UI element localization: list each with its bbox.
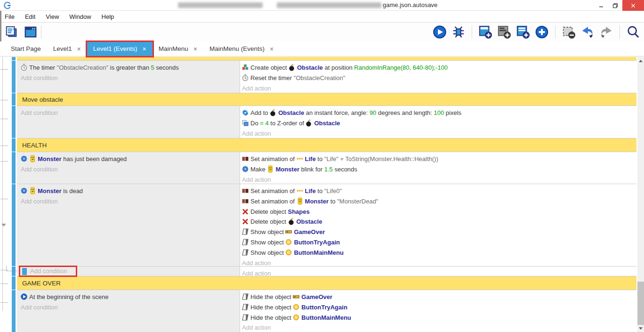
action-add-button[interactable]: Add action (242, 323, 634, 332)
condition-add-button[interactable]: Add condition (21, 196, 237, 207)
menu-file[interactable]: File (5, 13, 15, 20)
tab-level1[interactable]: Level1× (47, 41, 87, 56)
action-line[interactable]: Show object GameOver (242, 227, 634, 237)
action-line[interactable]: Add to Obstacle an instant force, angle:… (242, 108, 634, 118)
action-line[interactable]: Create object Obstacle at position Rando… (242, 63, 634, 73)
restore-icon[interactable] (608, 0, 622, 11)
action-add-button[interactable]: Add action (242, 129, 634, 139)
tree-tick (0, 161, 8, 162)
action-line[interactable]: Do = 4 to Z-order of Obstacle (242, 118, 634, 129)
action-add-button[interactable]: Add action (242, 175, 634, 185)
condition-add-button[interactable]: Add condition (21, 302, 237, 313)
bomb-icon (306, 119, 312, 127)
action-line[interactable]: Set animation of Monster to "MonsterDead… (242, 196, 634, 207)
preview-play-icon[interactable] (432, 24, 448, 40)
tab-level1-events[interactable]: Level1 (Events)× (87, 41, 153, 56)
event-color-bar (12, 152, 16, 184)
action-line[interactable]: Set animation of Life to "Life" + ToStri… (242, 154, 634, 164)
object-name: Monster (38, 187, 62, 194)
comment-row[interactable]: Move obstacle (17, 93, 636, 106)
condition-line[interactable]: At the beginning of the scene (21, 292, 237, 302)
expression-value: RandomInRange(80, 640-80);-100 (354, 64, 448, 71)
condition-add-button[interactable]: Add condition (30, 266, 67, 276)
action-line[interactable]: Reset the timer "ObstacleCreation" (242, 73, 634, 83)
action-line[interactable]: Make Monster blink for 1.5 seconds (242, 164, 634, 175)
action-line[interactable]: Hide the object ButtonTryAgain (242, 302, 634, 313)
tab-start-page[interactable]: Start Page (5, 41, 47, 56)
visibility-icon (242, 303, 249, 311)
tab-close-icon[interactable]: × (193, 45, 197, 53)
object-name: ButtonTryAgain (294, 239, 340, 246)
condition-line[interactable]: Monster is dead (21, 186, 237, 196)
object-name: GameOver (301, 293, 332, 300)
title-bar: game.json.autosave (0, 0, 644, 11)
project-manager-icon[interactable] (4, 24, 20, 40)
delete-event-icon[interactable] (561, 24, 577, 40)
event-row[interactable]: At the beginning of the sceneAdd conditi… (17, 290, 636, 332)
action-line[interactable]: Show object ButtonMainMenu (242, 248, 634, 258)
action-line[interactable]: Hide the object GameOver (242, 292, 634, 302)
instruction-text: "ObstacleCreation" (294, 74, 346, 81)
empty-event-row[interactable]: Add conditionAdd action (17, 267, 636, 276)
condition-add-button[interactable]: Add condition (21, 164, 237, 175)
comment-row[interactable]: GAME OVER (17, 276, 636, 290)
action-line[interactable]: Set animation of Life to "Life0" (242, 186, 634, 196)
scrollbar-thumb[interactable] (637, 282, 644, 325)
visibility-icon (242, 249, 249, 256)
add-subevent-icon[interactable] (515, 24, 531, 40)
redo-icon[interactable] (598, 24, 614, 40)
action-line[interactable]: Hide the object ButtonMainMenu (242, 313, 634, 323)
tab-close-icon[interactable]: × (270, 45, 274, 53)
menu-view[interactable]: View (46, 13, 59, 20)
scroll-up-icon[interactable] (639, 60, 643, 62)
menu-window[interactable]: Window (69, 13, 91, 20)
conditions-cell: Add condition (17, 267, 240, 276)
expression-value: 90 (370, 109, 376, 116)
condition-add-button[interactable]: Add condition (21, 108, 237, 118)
event-row[interactable]: Add conditionAdd to Obstacle an instant … (17, 106, 636, 138)
visibility-icon (242, 228, 249, 235)
instruction-text: "Life0" (324, 187, 342, 194)
event-color-bar (12, 290, 16, 332)
event-color-bar (12, 267, 16, 276)
action-line[interactable]: Show object ButtonTryAgain (242, 237, 634, 248)
tab-close-icon[interactable]: × (77, 45, 81, 53)
event-row[interactable]: Monster is deadAdd conditionSet animatio… (17, 184, 636, 267)
object-name: GameOver (294, 228, 325, 235)
tab-close-icon[interactable]: × (143, 45, 146, 53)
animation-icon (242, 155, 249, 162)
add-other-event-icon[interactable] (534, 24, 550, 40)
object-name: Monster (38, 155, 62, 162)
action-line[interactable]: Delete object Obstacle (242, 217, 634, 227)
minimize-icon[interactable] (594, 0, 608, 11)
instruction-text: seconds (154, 64, 179, 71)
condition-line[interactable]: The timer "ObstacleCreation" is greater … (21, 63, 237, 73)
vertical-scrollbar[interactable] (637, 57, 644, 332)
zorder-icon (242, 119, 249, 127)
event-row[interactable]: The timer "ObstacleCreation" is greater … (17, 61, 636, 93)
tab-mainmenu[interactable]: MainMenu× (153, 41, 203, 56)
expression-value: 100 (434, 109, 444, 116)
search-icon[interactable] (625, 24, 641, 40)
event-row[interactable]: Monster has just been damagedAdd conditi… (17, 152, 636, 184)
menu-edit[interactable]: Edit (25, 13, 35, 20)
debugger-icon[interactable] (451, 24, 467, 40)
close-icon[interactable] (622, 0, 644, 11)
scene-editor-icon[interactable] (23, 24, 39, 40)
comment-row-partial[interactable] (17, 57, 636, 61)
menu-help[interactable]: Help (102, 13, 114, 20)
add-event-icon[interactable] (477, 24, 493, 40)
condition-add-button[interactable]: Add condition (21, 73, 237, 83)
actions-cell: Create object Obstacle at position Rando… (240, 61, 636, 93)
scroll-down-icon[interactable] (639, 327, 643, 330)
gdevelop-window: game.json.autosave FileEditViewWindowHel… (0, 0, 644, 332)
tab-mainmenu-events[interactable]: MainMenu (Events)× (203, 41, 280, 56)
event-color-bar (22, 268, 27, 275)
condition-line[interactable]: Monster has just been damaged (21, 154, 237, 164)
action-line[interactable]: Delete object Shapes (242, 207, 634, 217)
behavior-icon (21, 155, 27, 162)
undo-icon[interactable] (580, 24, 596, 40)
add-comment-icon[interactable] (496, 24, 512, 40)
action-add-button[interactable]: Add action (242, 83, 634, 94)
comment-row[interactable]: HEALTH (17, 138, 636, 152)
